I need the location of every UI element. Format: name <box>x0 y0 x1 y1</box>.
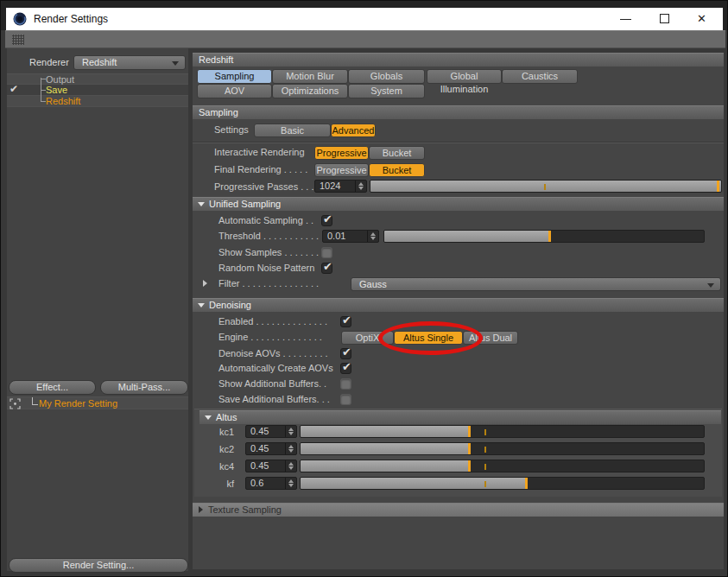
slider-default-tick <box>484 429 486 435</box>
sidebar: Renderer Redshift Output ✔ Save Redshift… <box>7 48 188 571</box>
interactive-progressive-button[interactable]: Progressive <box>314 146 369 160</box>
section-header-denoising[interactable]: Denoising <box>193 298 724 312</box>
slider-handle[interactable] <box>468 426 471 437</box>
kc4-field[interactable]: 0.45 <box>245 460 297 472</box>
kf-field[interactable]: 0.6 <box>245 477 297 490</box>
section-header-texture-sampling[interactable]: Texture Sampling <box>193 503 724 517</box>
window-title: Render Settings <box>34 13 108 25</box>
kf-label: kf <box>193 477 234 491</box>
settings-advanced-button[interactable]: Advanced <box>331 124 376 137</box>
denoising-label: Denoising <box>209 300 251 310</box>
show-additional-buffers-label: Show Additional Buffers. . <box>218 377 326 390</box>
slider-fill <box>301 426 470 437</box>
minimize-button[interactable] <box>611 8 641 30</box>
kc1-slider[interactable] <box>300 425 705 438</box>
section-header-unified-sampling[interactable]: Unified Sampling <box>193 197 724 211</box>
effect-button-label: Effect... <box>36 382 68 392</box>
slider-handle[interactable] <box>525 478 528 489</box>
random-noise-pattern-label: Random Noise Pattern <box>218 261 314 275</box>
tab-system[interactable]: System <box>348 84 425 98</box>
tab-label: Global Illumination <box>440 71 489 94</box>
section-header-sampling: Sampling <box>193 105 724 119</box>
altus-dual-label: Altus Dual <box>469 333 512 343</box>
spinner-up-icon <box>288 479 294 483</box>
progressive-passes-field[interactable]: 1024 <box>314 180 367 193</box>
tab-motion-blur[interactable]: Motion Blur <box>272 69 348 84</box>
engine-altus-single-button[interactable]: Altus Single <box>394 331 463 345</box>
sidebar-item-output[interactable]: Output <box>7 73 188 85</box>
spinner-stepper[interactable] <box>355 181 366 192</box>
effect-button[interactable]: Effect... <box>9 380 96 395</box>
engine-optix-button[interactable]: OptiX <box>341 331 394 345</box>
spinner-stepper[interactable] <box>285 460 296 472</box>
multi-pass-button[interactable]: Multi-Pass... <box>100 380 188 395</box>
denoise-aovs-label: Denoise AOVs . . . . . . . . . <box>218 346 328 360</box>
tab-caustics[interactable]: Caustics <box>502 69 578 84</box>
sidebar-item-save[interactable]: ✔ Save <box>7 85 188 96</box>
show-additional-buffers-checkbox[interactable]: ✔ <box>340 378 351 390</box>
progressive-label: Progressive <box>316 165 366 175</box>
spinner-up-icon <box>370 232 376 236</box>
enabled-checkbox[interactable]: ✔ <box>340 316 351 327</box>
final-progressive-button[interactable]: Progressive <box>314 163 369 177</box>
sidebar-item-my-render-setting[interactable]: My Render Setting <box>7 396 188 409</box>
tab-sampling[interactable]: Sampling <box>197 69 272 84</box>
tab-optimizations[interactable]: Optimizations <box>272 84 348 98</box>
interactive-bucket-button[interactable]: Bucket <box>369 146 425 160</box>
spinner-up-icon <box>288 462 294 466</box>
render-setting-button[interactable]: Render Setting... <box>9 558 188 573</box>
final-rendering-label: Final Rendering . . . . . <box>214 162 307 176</box>
slider-handle[interactable] <box>548 231 551 242</box>
spinner-up-icon <box>358 182 364 186</box>
tab-globals[interactable]: Globals <box>348 69 425 84</box>
renderer-label: Renderer <box>29 55 69 69</box>
kc2-slider[interactable] <box>300 442 705 455</box>
drag-grip-handle[interactable] <box>12 35 24 45</box>
tab-global-illumination[interactable]: Global Illumination <box>427 69 502 84</box>
kf-slider[interactable] <box>300 477 705 490</box>
spinner-stepper[interactable] <box>285 443 296 454</box>
threshold-slider[interactable] <box>383 230 705 243</box>
engine-altus-dual-button[interactable]: Altus Dual <box>463 331 518 345</box>
filter-dropdown[interactable]: Gauss <box>351 277 721 291</box>
close-button[interactable]: ✕ <box>689 8 719 30</box>
progressive-passes-slider[interactable] <box>370 180 722 193</box>
save-additional-buffers-label: Save Additional Buffers. . . <box>218 392 330 406</box>
random-noise-pattern-checkbox[interactable]: ✔ <box>321 263 332 274</box>
threshold-field[interactable]: 0.01 <box>322 230 379 243</box>
kc1-field[interactable]: 0.45 <box>245 425 297 438</box>
spinner-stepper[interactable] <box>367 231 378 242</box>
section-header-altus[interactable]: Altus <box>199 410 721 424</box>
panel-header-redshift: Redshift <box>193 53 724 67</box>
my-render-setting-label: My Render Setting <box>39 397 117 410</box>
threshold-value: 0.01 <box>327 231 345 241</box>
slider-handle[interactable] <box>468 443 471 454</box>
titlebar: Render Settings ✕ <box>6 8 723 30</box>
filter-expand-icon[interactable] <box>203 280 207 287</box>
maximize-button[interactable] <box>651 8 681 30</box>
spinner-stepper[interactable] <box>285 478 296 489</box>
final-bucket-button[interactable]: Bucket <box>369 163 425 177</box>
auto-create-aovs-checkbox[interactable]: ✔ <box>340 363 351 374</box>
slider-default-tick <box>544 184 546 190</box>
kc2-field[interactable]: 0.45 <box>245 442 297 455</box>
settings-label: Settings <box>214 123 249 136</box>
tree-connector <box>41 90 46 91</box>
kc4-slider[interactable] <box>300 460 705 472</box>
slider-handle[interactable] <box>717 181 719 192</box>
settings-basic-button[interactable]: Basic <box>254 124 331 137</box>
denoise-aovs-checkbox[interactable]: ✔ <box>340 348 351 359</box>
show-samples-checkbox[interactable]: ✔ <box>321 247 332 258</box>
tab-aov[interactable]: AOV <box>197 84 272 98</box>
bucket-label: Bucket <box>383 148 412 158</box>
spinner-stepper[interactable] <box>285 426 296 437</box>
automatic-sampling-checkbox[interactable]: ✔ <box>321 215 332 226</box>
enabled-label: Enabled . . . . . . . . . . . . . . <box>218 314 327 328</box>
save-additional-buffers-checkbox[interactable]: ✔ <box>340 394 351 405</box>
slider-handle[interactable] <box>468 460 471 472</box>
render-setting-icon <box>9 398 21 409</box>
bucket-label: Bucket <box>383 165 412 175</box>
renderer-dropdown[interactable]: Redshift <box>73 55 186 70</box>
interactive-rendering-label: Interactive Rendering <box>214 145 305 159</box>
sidebar-item-redshift[interactable]: Redshift <box>7 96 188 107</box>
